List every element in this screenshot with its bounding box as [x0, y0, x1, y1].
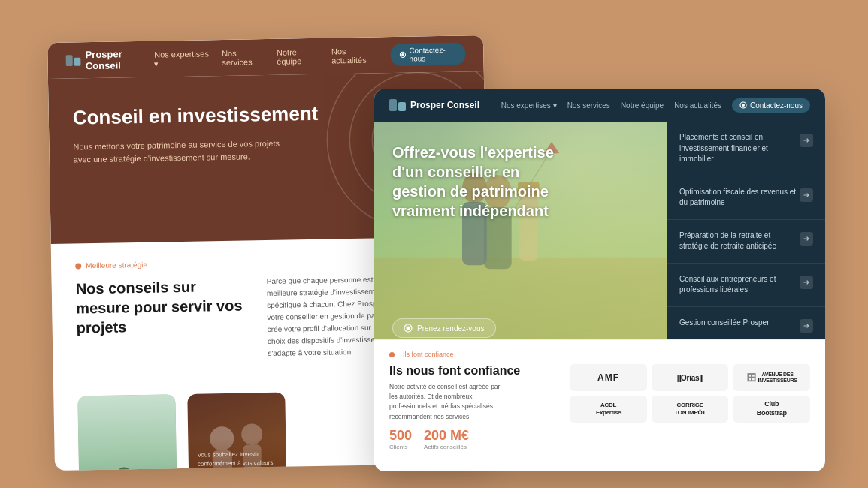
svg-point-12 [116, 467, 132, 471]
svg-rect-1 [74, 58, 80, 66]
front-header: Prosper Conseil Nos expertises ▾ Nos ser… [374, 89, 825, 122]
trust-text: Ils nous font confiance Notre activité d… [389, 364, 561, 450]
front-logo: Prosper Conseil [389, 99, 479, 111]
trust-stats: 500 Clients 200 M€ Actifs conseillés [389, 428, 561, 450]
trust-title: Ils nous font confiance [389, 364, 561, 378]
back-nav-services[interactable]: Nos services [222, 48, 265, 67]
menu-item-4[interactable]: Gestion conseillée Prosper [667, 307, 825, 343]
menu-arrow-3 [800, 276, 813, 289]
back-hero-subtitle: Nous mettons votre patrimoine au service… [73, 137, 284, 167]
menu-item-3[interactable]: Conseil aux entrepreneurs et professions… [667, 264, 825, 307]
front-trust: Ils font confiance Ils nous font confian… [374, 339, 825, 458]
stat-0: 500 Clients [389, 428, 412, 450]
front-card: Prosper Conseil Nos expertises ▾ Nos ser… [374, 89, 825, 471]
front-hero-title: Offrez-vous l'expertise d'un conseiller … [392, 143, 558, 221]
card-valeurs-sublabel: Vous souhaitez investir conformément à v… [198, 450, 278, 471]
card-projets-vie: Projets de vie [77, 394, 177, 471]
menu-item-0[interactable]: Placements et conseil en investissement … [667, 122, 825, 176]
back-nav-expertise[interactable]: Nos expertises ▾ [154, 49, 210, 68]
stat-1: 200 M€ Actifs conseillés [424, 428, 469, 450]
front-hero-cta[interactable]: Prenez rendez-vous [392, 318, 496, 338]
logo-orias: |||Orias||| [652, 364, 729, 391]
front-nav-services[interactable]: Nos services [567, 101, 610, 110]
logo-avenue: ⊞ AVENUE DESINVESTISSEURS [733, 364, 810, 391]
trust-tag: Ils font confiance [389, 351, 810, 358]
logo-amf: AMF [570, 364, 647, 391]
menu-item-1[interactable]: Optimisation fiscale des revenus et du p… [667, 176, 825, 220]
back-contact-btn[interactable]: Contactez-nous [390, 42, 465, 66]
logo-corrige: CORRIGETON IMPÔT [652, 396, 729, 423]
back-logo: Prosper Conseil [65, 48, 154, 72]
back-nav-equipe[interactable]: Notre équipe [277, 47, 319, 66]
back-section-title: Nos conseils sur mesure pour servir vos … [76, 276, 250, 352]
front-nav-expertise[interactable]: Nos expertises ▾ [501, 101, 557, 110]
svg-point-3 [401, 53, 404, 56]
front-nav: Nos expertises ▾ Nos services Notre équi… [501, 98, 810, 113]
front-contact-btn[interactable]: Contactez-nous [732, 98, 810, 113]
front-main: Offrez-vous l'expertise d'un conseiller … [374, 122, 825, 339]
svg-rect-21 [226, 468, 249, 471]
logo-club-bootstrap: ClubBootstrap [733, 396, 810, 423]
svg-point-39 [407, 327, 410, 330]
back-nav-actualites[interactable]: Nos actualités [331, 46, 379, 65]
svg-rect-31 [519, 214, 538, 261]
menu-item-2[interactable]: Préparation de la retraite et stratégie … [667, 220, 825, 264]
menu-arrow-1 [800, 188, 813, 202]
menu-arrow-4 [800, 319, 813, 333]
back-nav: Nos expertises ▾ Nos services Notre équi… [154, 42, 466, 70]
svg-rect-23 [398, 102, 406, 111]
svg-rect-22 [389, 99, 397, 111]
svg-rect-0 [65, 55, 72, 66]
trust-body: Notre activité de conseil est agréée par… [389, 382, 502, 422]
menu-arrow-2 [800, 232, 813, 246]
front-nav-actualites[interactable]: Nos actualités [674, 101, 721, 110]
card-valeurs: Valeurs Vous souhaitez investir conformé… [187, 393, 287, 471]
logo-acdl: ACDLExpertise [570, 396, 647, 423]
svg-point-25 [742, 104, 745, 107]
front-nav-equipe[interactable]: Notre équipe [621, 101, 664, 110]
trust-logos: AMF |||Orias||| ⊞ AVENUE DESINVESTISSEUR… [570, 364, 810, 423]
front-hero: Offrez-vous l'expertise d'un conseiller … [374, 122, 667, 339]
menu-arrow-0 [800, 134, 813, 147]
front-menu: Placements et conseil en investissement … [667, 122, 825, 339]
